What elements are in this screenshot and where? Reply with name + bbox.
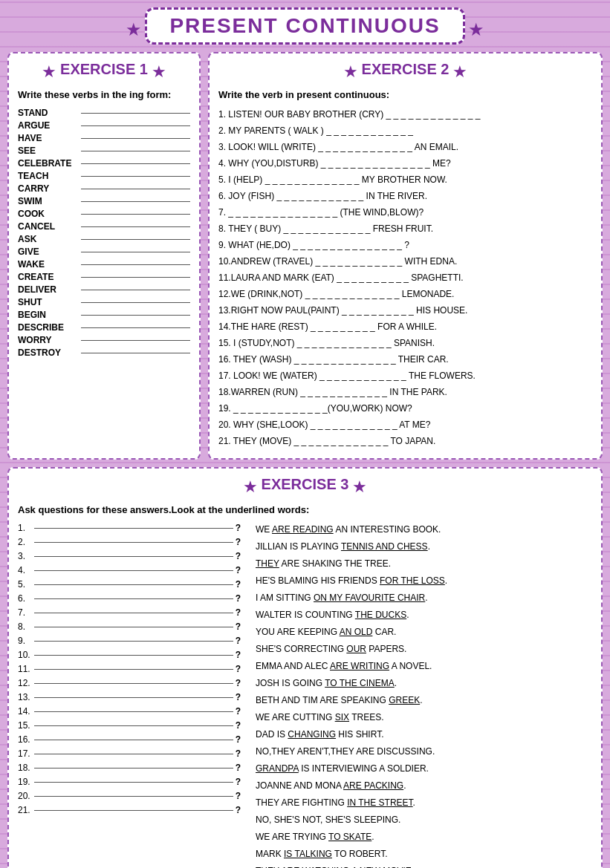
q-blank[interactable] <box>34 725 233 726</box>
ex3-answer-item: DAD IS CHANGING HIS SHIRT. <box>256 728 592 741</box>
underlined-text: TO SKATE <box>328 832 371 842</box>
q-blank[interactable] <box>34 796 233 797</box>
verb-list-item: DELIVER <box>18 284 190 295</box>
ex2-sentence-item: 2. MY PARENTS ( WALK ) _ _ _ _ _ _ _ _ _… <box>218 124 592 137</box>
ex3-question-item: 5.? <box>18 579 241 590</box>
q-blank[interactable] <box>34 570 233 571</box>
ex3-answer-item: JOANNE AND MONA ARE PACKING. <box>256 779 592 792</box>
verb-blank[interactable] <box>81 327 190 328</box>
verb-name: DELIVER <box>18 284 77 295</box>
verb-blank[interactable] <box>81 277 190 278</box>
q-blank[interactable] <box>34 627 233 627</box>
q-blank[interactable] <box>34 613 233 613</box>
verb-blank[interactable] <box>81 189 190 189</box>
verb-blank[interactable] <box>81 353 190 353</box>
ex3-question-item: 10.? <box>18 650 241 660</box>
verb-list: STANDARGUEHAVESEECELEBRATETEACHCARRYSWIM… <box>18 108 190 358</box>
verb-blank[interactable] <box>81 290 190 290</box>
q-number: 17. <box>18 748 34 759</box>
q-blank[interactable] <box>34 754 233 754</box>
verb-name: GIVE <box>18 247 77 257</box>
verb-blank[interactable] <box>81 176 190 177</box>
q-mark: ? <box>236 551 241 561</box>
ex3-answer-item: WE ARE CUTTING SIX TREES. <box>256 711 592 724</box>
verb-name: SHUT <box>18 297 77 307</box>
verb-blank[interactable] <box>81 113 190 114</box>
ex2-star-left: ★ <box>343 62 358 82</box>
q-blank[interactable] <box>34 556 233 557</box>
q-mark: ? <box>236 523 241 533</box>
q-mark: ? <box>236 621 241 632</box>
q-blank[interactable] <box>34 782 233 783</box>
ex3-question-item: 2.? <box>18 537 241 547</box>
verb-blank[interactable] <box>81 125 190 126</box>
underlined-text: IS TALKING <box>284 849 332 859</box>
verb-name: BEGIN <box>18 310 77 320</box>
verb-name: CREATE <box>18 272 77 282</box>
ex2-sentence-item: 8. THEY ( BUY) _ _ _ _ _ _ _ _ _ _ _ _ F… <box>218 222 592 235</box>
q-number: 6. <box>18 593 34 604</box>
verb-blank[interactable] <box>81 201 190 202</box>
q-blank[interactable] <box>34 655 233 656</box>
q-blank[interactable] <box>34 810 233 811</box>
ex3-answer-item: YOU ARE KEEPING AN OLD CAR. <box>256 625 592 639</box>
ex2-sentence-item: 14.THE HARE (REST) _ _ _ _ _ _ _ _ _ FOR… <box>218 320 592 333</box>
ex3-question-item: 18.? <box>18 763 241 773</box>
ex3-question-item: 15.? <box>18 720 241 731</box>
underlined-text: ARE PACKING <box>343 780 403 791</box>
q-blank[interactable] <box>34 641 233 642</box>
ex2-sentence-item: 3. LOOK! WILL (WRITE) _ _ _ _ _ _ _ _ _ … <box>218 140 592 154</box>
ex3-answers: WE ARE READING AN INTERESTING BOOK.JILLI… <box>256 523 592 868</box>
ex3-answer-item: JOSH IS GOING TO THE CINEMA. <box>256 676 592 690</box>
verb-blank[interactable] <box>81 163 190 164</box>
q-blank[interactable] <box>34 711 233 712</box>
q-blank[interactable] <box>34 697 233 698</box>
q-blank[interactable] <box>34 669 233 670</box>
ex2-sentence-item: 1. LISTEN! OUR BABY BROTHER (CRY) _ _ _ … <box>218 108 592 121</box>
underlined-text: THEY <box>256 558 279 569</box>
verb-blank[interactable] <box>81 302 190 303</box>
underlined-text: THE DUCKS <box>355 610 406 620</box>
verb-blank[interactable] <box>81 264 190 265</box>
q-mark: ? <box>236 650 241 660</box>
verb-name: SWIM <box>18 196 77 206</box>
verb-blank[interactable] <box>81 138 190 139</box>
ex2-sentence-item: 18.WARREN (RUN) _ _ _ _ _ _ _ _ _ _ _ _ … <box>218 385 592 399</box>
verb-blank[interactable] <box>81 226 190 227</box>
verb-name: HAVE <box>18 133 77 143</box>
q-mark: ? <box>236 791 241 801</box>
ex2-sentence-item: 11.LAURA AND MARK (EAT) _ _ _ _ _ _ _ _ … <box>218 271 592 284</box>
q-mark: ? <box>236 734 241 745</box>
q-number: 14. <box>18 706 34 717</box>
underlined-text: OUR <box>346 644 366 654</box>
ex2-sentence-item: 19. _ _ _ _ _ _ _ _ _ _ _ _ _(YOU,WORK) … <box>218 402 592 415</box>
verb-blank[interactable] <box>81 239 190 240</box>
ex2-sentence-item: 21. THEY (MOVE) _ _ _ _ _ _ _ _ _ _ _ _ … <box>218 434 592 448</box>
verb-blank[interactable] <box>81 151 190 151</box>
q-blank[interactable] <box>34 768 233 769</box>
underlined-text: TENNIS AND CHESS <box>341 541 428 552</box>
verb-blank[interactable] <box>81 315 190 316</box>
ex3-question-item: 13.? <box>18 692 241 702</box>
ex3-answer-item: NO,THEY AREN'T,THEY ARE DISCUSSING. <box>256 745 592 758</box>
q-number: 9. <box>18 636 34 646</box>
title-star-left: ★ <box>126 19 142 39</box>
q-blank[interactable] <box>34 598 233 599</box>
q-blank[interactable] <box>34 584 233 585</box>
ex2-sentence-item: 10.ANDREW (TRAVEL) _ _ _ _ _ _ _ _ _ _ _… <box>218 255 592 268</box>
ex3-question-item: 17.? <box>18 748 241 759</box>
q-blank[interactable] <box>34 542 233 543</box>
q-mark: ? <box>236 678 241 688</box>
verb-name: ASK <box>18 234 77 244</box>
verb-name: TEACH <box>18 171 77 181</box>
verb-blank[interactable] <box>81 252 190 252</box>
q-blank[interactable] <box>34 740 233 740</box>
verb-blank[interactable] <box>81 340 190 341</box>
q-mark: ? <box>236 805 241 815</box>
q-number: 19. <box>18 777 34 787</box>
verb-blank[interactable] <box>81 214 190 215</box>
q-blank[interactable] <box>34 528 233 529</box>
verb-list-item: CANCEL <box>18 221 190 232</box>
q-blank[interactable] <box>34 683 233 684</box>
ex3-content: 1.?2.?3.?4.?5.?6.?7.?8.?9.?10.?11.?12.?1… <box>18 523 592 868</box>
